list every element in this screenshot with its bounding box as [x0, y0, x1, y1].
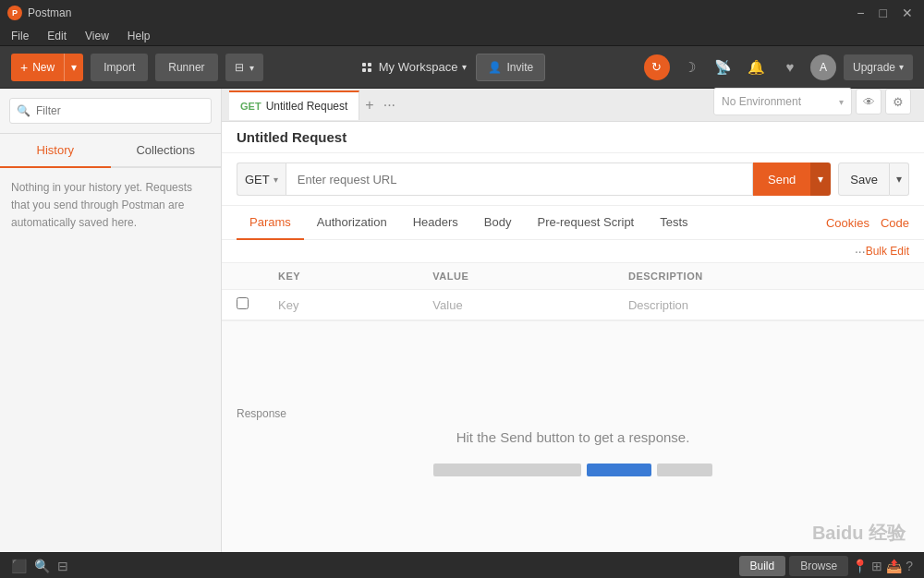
key-header: KEY: [263, 263, 418, 290]
layout-icon: ⊟: [235, 61, 244, 74]
build-tab[interactable]: Build: [739, 556, 786, 576]
subtab-headers[interactable]: Headers: [400, 206, 471, 240]
moon-icon-button[interactable]: ☽: [677, 54, 703, 80]
workspace-button[interactable]: My Workspace ▾: [362, 60, 468, 74]
response-message: Hit the Send button to get a response.: [456, 429, 690, 445]
send-button[interactable]: Send: [753, 163, 810, 196]
workspace-label: My Workspace: [379, 60, 458, 74]
key-cell[interactable]: Key: [263, 290, 418, 320]
sidebar-search-icon: 🔍: [17, 104, 30, 117]
browse-tab[interactable]: Browse: [789, 556, 848, 576]
table-row: Key Value Description: [222, 290, 924, 320]
tab-method-badge: GET: [240, 101, 261, 112]
new-label: New: [32, 61, 55, 74]
share-icon[interactable]: 📤: [886, 559, 902, 573]
grid-status-icon[interactable]: ⊟: [57, 559, 68, 573]
bell-icon-button[interactable]: 🔔: [744, 54, 770, 80]
menu-help[interactable]: Help: [124, 28, 154, 44]
new-button[interactable]: + New ▾: [11, 54, 83, 81]
subtab-body[interactable]: Body: [471, 206, 525, 240]
subtab-tests[interactable]: Tests: [647, 206, 700, 240]
code-button[interactable]: Code: [881, 207, 909, 239]
heart-icon-button[interactable]: ♥: [777, 54, 803, 80]
menu-edit[interactable]: Edit: [43, 28, 70, 44]
layout-arrow-icon: ▾: [249, 63, 254, 73]
add-tab-button[interactable]: +: [359, 97, 379, 114]
request-tab[interactable]: GET Untitled Request: [229, 90, 359, 120]
invite-button[interactable]: 👤 Invite: [476, 54, 545, 81]
user-icon-button[interactable]: A: [810, 54, 836, 80]
value-header: VALUE: [418, 263, 614, 290]
method-selector[interactable]: GET ▾: [237, 163, 286, 196]
invite-label: Invite: [506, 61, 533, 74]
bar-right: [657, 464, 712, 476]
person-icon: 👤: [488, 61, 502, 74]
upgrade-label: Upgrade: [853, 61, 895, 74]
location-icon[interactable]: 📍: [852, 559, 868, 573]
gear-icon: ⚙: [893, 95, 904, 109]
new-plus-icon: +: [20, 60, 28, 75]
layout-grid-icon[interactable]: ⊞: [871, 559, 882, 573]
subtab-params[interactable]: Params: [237, 206, 304, 240]
satellite-icon-button[interactable]: 📡: [711, 54, 736, 80]
workspace-grid-icon: [362, 63, 371, 72]
layout-button[interactable]: ⊟ ▾: [225, 54, 263, 81]
sync-icon-button[interactable]: ↻: [644, 54, 670, 80]
app-title: Postman: [28, 6, 853, 19]
import-button[interactable]: Import: [91, 54, 148, 81]
request-title: Untitled Request: [237, 129, 739, 145]
env-eye-button[interactable]: 👁: [856, 89, 881, 114]
env-placeholder: No Environment: [722, 95, 801, 108]
bulk-edit-button[interactable]: Bulk Edit: [866, 245, 909, 258]
env-selector[interactable]: No Environment ▾: [713, 89, 852, 115]
response-label: Response: [222, 398, 301, 429]
description-cell[interactable]: Description: [614, 290, 924, 320]
subtab-authorization[interactable]: Authorization: [304, 206, 400, 240]
tab-more-button[interactable]: ···: [380, 97, 399, 114]
send-dropdown-button[interactable]: ▾: [810, 163, 831, 196]
workspace-arrow-icon: ▾: [462, 62, 467, 72]
cookies-button[interactable]: Cookies: [826, 207, 869, 239]
subtab-prerequest[interactable]: Pre-request Script: [524, 206, 647, 240]
row-checkbox[interactable]: [237, 297, 249, 309]
bar-blue: [587, 464, 651, 476]
upgrade-arrow-icon: ▾: [899, 62, 904, 72]
save-dropdown-button[interactable]: ▾: [890, 163, 909, 196]
bar-left: [433, 464, 581, 476]
method-value: GET: [245, 173, 270, 187]
maximize-button[interactable]: □: [876, 6, 891, 19]
env-arrow-icon: ▾: [839, 97, 844, 107]
env-bar: No Environment ▾ 👁 ⚙: [713, 89, 911, 115]
new-dropdown-arrow[interactable]: ▾: [65, 54, 83, 81]
tab-name: Untitled Request: [266, 100, 348, 113]
search-status-icon[interactable]: 🔍: [34, 559, 50, 573]
params-more-button[interactable]: ···: [855, 244, 866, 259]
menu-view[interactable]: View: [81, 28, 113, 44]
description-header: DESCRIPTION: [614, 263, 924, 290]
env-gear-button[interactable]: ⚙: [885, 89, 911, 114]
close-button[interactable]: ✕: [898, 6, 917, 19]
minimize-button[interactable]: −: [853, 6, 868, 19]
value-cell[interactable]: Value: [418, 290, 614, 320]
menu-file[interactable]: File: [7, 28, 32, 44]
save-button[interactable]: Save: [838, 163, 890, 196]
question-icon[interactable]: ?: [906, 559, 913, 573]
app-icon: P: [7, 6, 22, 20]
terminal-icon[interactable]: ⬛: [11, 559, 27, 573]
response-graphic: [433, 464, 712, 476]
tab-collections[interactable]: Collections: [111, 134, 222, 168]
eye-icon: 👁: [863, 95, 875, 109]
runner-button[interactable]: Runner: [155, 54, 217, 81]
tab-history[interactable]: History: [0, 134, 111, 168]
sidebar-filter-input[interactable]: [9, 98, 212, 124]
url-input[interactable]: [286, 163, 753, 196]
sidebar-empty-message: Nothing in your history yet. Requests th…: [11, 179, 210, 233]
method-arrow-icon: ▾: [274, 175, 278, 185]
upgrade-button[interactable]: Upgrade ▾: [844, 54, 913, 80]
